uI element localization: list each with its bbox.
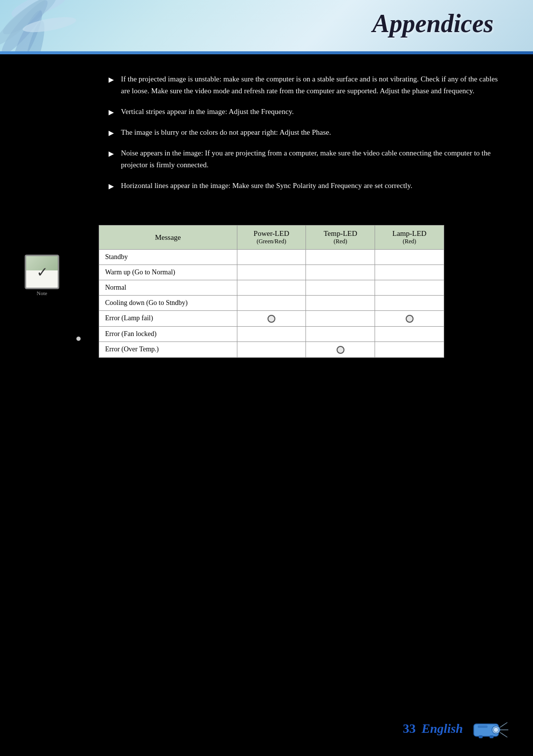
table-header-power-led: Power-LED (Green/Red) — [237, 226, 306, 250]
main-content: ▶ If the projected image is unstable: ma… — [0, 54, 533, 210]
bullet-item-1: ▶ If the projected image is unstable: ma… — [109, 73, 503, 97]
table-cell-led-2-0 — [375, 250, 444, 265]
bullet-text-1: If the projected image is unstable: make… — [121, 73, 503, 97]
led-status-table: Message Power-LED (Green/Red) Temp-LED (… — [99, 225, 444, 358]
bullet-item-4: ▶ Noise appears in the image: If you are… — [109, 147, 503, 171]
table-header-lamp-led: Lamp-LED (Red) — [375, 226, 444, 250]
led-dot-indicator — [337, 346, 344, 354]
note-icon-box: ✓ — [25, 255, 59, 289]
page-footer: 33 English — [403, 717, 508, 741]
bullet-arrow-5: ▶ — [109, 181, 114, 191]
table-cell-led-1-1 — [306, 265, 375, 280]
projector-icon — [469, 717, 508, 741]
table-cell-led-2-2 — [375, 280, 444, 296]
bullet-text-4: Noise appears in the image: If you are p… — [121, 147, 503, 171]
svg-point-9 — [494, 727, 498, 732]
table-cell-led-1-3 — [306, 296, 375, 311]
svg-rect-15 — [490, 735, 494, 738]
table-cell-led-0-2 — [237, 280, 306, 296]
svg-line-13 — [500, 732, 507, 737]
header-decoration — [0, 0, 128, 54]
table-cell-led-2-6 — [375, 341, 444, 357]
page-language: English — [421, 721, 463, 736]
table-cell-message-5: Error (Fan locked) — [99, 326, 237, 341]
circle-indicator-left: ● — [76, 333, 81, 344]
table-row: Standby — [99, 250, 444, 265]
page-header: Appendices — [0, 0, 533, 54]
table-cell-led-0-0 — [237, 250, 306, 265]
bullet-arrow-1: ▶ — [109, 75, 114, 85]
svg-line-11 — [500, 722, 507, 727]
svg-rect-10 — [478, 725, 488, 728]
table-cell-led-1-2 — [306, 280, 375, 296]
table-row: Error (Lamp fail) — [99, 311, 444, 327]
page-number: 33 — [403, 721, 416, 736]
table-cell-led-1-6 — [306, 341, 375, 357]
table-row: Error (Fan locked) — [99, 326, 444, 341]
header-underline — [0, 51, 533, 54]
bullet-arrow-3: ▶ — [109, 128, 114, 138]
table-cell-led-0-3 — [237, 296, 306, 311]
table-cell-led-2-4 — [375, 311, 444, 327]
table-row: Normal — [99, 280, 444, 296]
table-row: Cooling down (Go to Stndby) — [99, 296, 444, 311]
table-cell-message-0: Standby — [99, 250, 237, 265]
table-cell-led-0-6 — [237, 341, 306, 357]
table-cell-led-2-1 — [375, 265, 444, 280]
table-header-message: Message — [99, 226, 237, 250]
table-cell-message-2: Normal — [99, 280, 237, 296]
table-cell-message-3: Cooling down (Go to Stndby) — [99, 296, 237, 311]
table-row: Error (Over Temp.) — [99, 341, 444, 357]
note-label: Note — [25, 290, 59, 296]
checkmark-icon: ✓ — [37, 264, 48, 280]
table-cell-led-0-4 — [237, 311, 306, 327]
bullet-text-2: Vertical stripes appear in the image: Ad… — [121, 106, 294, 117]
svg-rect-14 — [479, 735, 483, 738]
led-status-table-container: Message Power-LED (Green/Red) Temp-LED (… — [99, 225, 533, 358]
table-header-temp-led: Temp-LED (Red) — [306, 226, 375, 250]
led-dot-indicator — [406, 315, 414, 323]
bullet-item-2: ▶ Vertical stripes appear in the image: … — [109, 106, 503, 117]
table-cell-message-1: Warm up (Go to Normal) — [99, 265, 237, 280]
table-section: ✓ Note ● Message Power-LED (Green/Red) T… — [0, 225, 533, 358]
table-cell-led-1-0 — [306, 250, 375, 265]
table-cell-led-2-5 — [375, 326, 444, 341]
bullet-text-5: Horizontal lines appear in the image: Ma… — [121, 180, 413, 191]
bullet-arrow-4: ▶ — [109, 149, 114, 159]
table-cell-led-1-4 — [306, 311, 375, 327]
bullet-text-3: The image is blurry or the colors do not… — [121, 126, 331, 138]
page-title: Appendices — [372, 9, 494, 38]
bullet-arrow-2: ▶ — [109, 107, 114, 117]
table-cell-message-6: Error (Over Temp.) — [99, 341, 237, 357]
note-icon-container: ✓ Note — [25, 255, 59, 296]
table-cell-led-1-5 — [306, 326, 375, 341]
led-dot-indicator — [267, 315, 275, 323]
table-row: Warm up (Go to Normal) — [99, 265, 444, 280]
bullet-item-3: ▶ The image is blurry or the colors do n… — [109, 126, 503, 138]
table-cell-led-0-5 — [237, 326, 306, 341]
table-cell-message-4: Error (Lamp fail) — [99, 311, 237, 327]
table-cell-led-2-3 — [375, 296, 444, 311]
bullet-item-5: ▶ Horizontal lines appear in the image: … — [109, 180, 503, 191]
table-cell-led-0-1 — [237, 265, 306, 280]
